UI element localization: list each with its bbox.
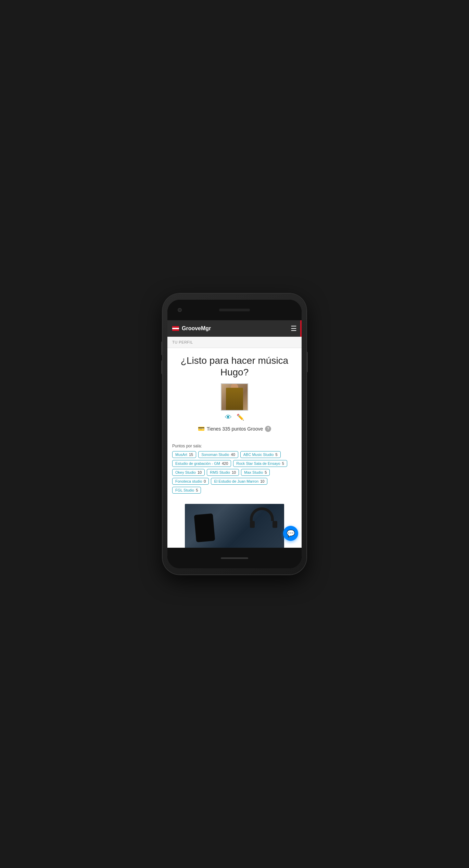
room-points: 5 <box>274 452 277 457</box>
room-tag[interactable]: Fonoteca studio 0 <box>172 478 209 485</box>
power-button[interactable] <box>306 352 308 372</box>
room-name: ABC Music Studio <box>243 452 274 457</box>
headphone-ear-right <box>272 521 277 528</box>
edit-profile-icon[interactable]: ✏️ <box>237 413 244 421</box>
room-tags-container: MusArt 15Sonoman Studio 40ABC Music Stud… <box>172 451 297 494</box>
flag-red-bottom <box>172 329 179 331</box>
room-tag[interactable]: Okey Studio 10 <box>172 469 205 476</box>
room-name: Fonoteca studio <box>175 479 202 483</box>
room-tag[interactable]: Estudio de grabación - GM 420 <box>172 460 231 467</box>
top-bezel <box>167 300 302 320</box>
room-tag[interactable]: El Estudio de Juan Marron 10 <box>211 478 267 485</box>
room-name: Estudio de grabación - GM <box>175 461 220 466</box>
phone-frame: GrooveMgr ☰ TU PERFIL ¿Listo para hacer … <box>163 294 306 574</box>
avatar-body <box>226 388 243 410</box>
room-points: 5 <box>264 470 267 474</box>
points-section: Puntos por sala: MusArt 15Sonoman Studio… <box>167 441 302 498</box>
room-name: MusArt <box>175 452 187 457</box>
peru-flag <box>172 326 179 331</box>
room-points: 0 <box>203 479 206 483</box>
room-tag[interactable]: Sonoman Studio 40 <box>198 451 238 458</box>
avatar-actions: 👁 ✏️ <box>172 413 297 421</box>
room-name: Okey Studio <box>175 470 196 474</box>
room-points: 10 <box>259 479 264 483</box>
home-bar[interactable] <box>221 557 248 559</box>
messenger-icon: 💬 <box>287 529 295 537</box>
room-name: FGL Studio <box>175 488 194 492</box>
vol-down-button[interactable] <box>161 360 163 374</box>
banner-section <box>167 498 302 548</box>
phone-illustration <box>194 513 215 542</box>
app-header: GrooveMgr ☰ <box>167 320 302 337</box>
room-tag[interactable]: Max Studio 5 <box>241 469 270 476</box>
room-points: 5 <box>195 488 198 492</box>
room-tag[interactable]: FGL Studio 5 <box>172 487 201 494</box>
messenger-fab[interactable]: 💬 <box>283 526 298 541</box>
hamburger-menu[interactable]: ☰ <box>291 325 297 332</box>
points-label: Puntos por sala: <box>172 444 297 448</box>
room-name: Sonoman Studio <box>201 452 229 457</box>
banner-image <box>185 504 284 548</box>
vol-up-button[interactable] <box>161 342 163 355</box>
room-name: Max Studio <box>244 470 263 474</box>
room-points: 10 <box>197 470 202 474</box>
app-title: GrooveMgr <box>182 325 211 332</box>
room-name: RMS Studio <box>210 470 230 474</box>
help-icon[interactable]: ? <box>265 426 271 432</box>
avatar-image <box>221 383 248 411</box>
room-points: 420 <box>221 461 228 466</box>
room-points: 10 <box>231 470 236 474</box>
room-tag[interactable]: ABC Music Studio 5 <box>240 451 281 458</box>
headphone-arc <box>250 507 274 521</box>
points-text: Tienes 335 puntos Groove <box>207 426 263 432</box>
room-points: 5 <box>281 461 284 466</box>
screen-content: GrooveMgr ☰ TU PERFIL ¿Listo para hacer … <box>167 320 302 548</box>
room-tag[interactable]: MusArt 15 <box>172 451 196 458</box>
headphones-illustration <box>250 507 277 528</box>
room-points: 40 <box>230 452 235 457</box>
view-profile-icon[interactable]: 👁 <box>225 413 232 421</box>
room-tag[interactable]: RMS Studio 10 <box>207 469 239 476</box>
red-accent-bar <box>300 320 302 337</box>
greeting-text: ¿Listo para hacer música Hugo? <box>172 355 297 378</box>
profile-content: ¿Listo para hacer música Hugo? 👁 ✏️ 💳 Ti… <box>167 348 302 441</box>
room-tag[interactable]: Rock Star Sala de Ensayo 5 <box>233 460 287 467</box>
section-label: TU PERFIL <box>167 337 302 348</box>
card-icon: 💳 <box>198 425 205 432</box>
points-row: 💳 Tienes 335 puntos Groove ? <box>172 425 297 432</box>
room-points: 15 <box>188 452 193 457</box>
earpiece-speaker <box>219 309 250 311</box>
headphone-ear-left <box>250 521 255 528</box>
bottom-bezel <box>167 548 302 568</box>
avatar-wrap <box>221 383 248 411</box>
header-left: GrooveMgr <box>172 325 211 332</box>
room-name: El Estudio de Juan Marron <box>214 479 258 483</box>
phone-screen: GrooveMgr ☰ TU PERFIL ¿Listo para hacer … <box>167 300 302 568</box>
room-name: Rock Star Sala de Ensayo <box>236 461 280 466</box>
front-camera <box>178 308 182 312</box>
